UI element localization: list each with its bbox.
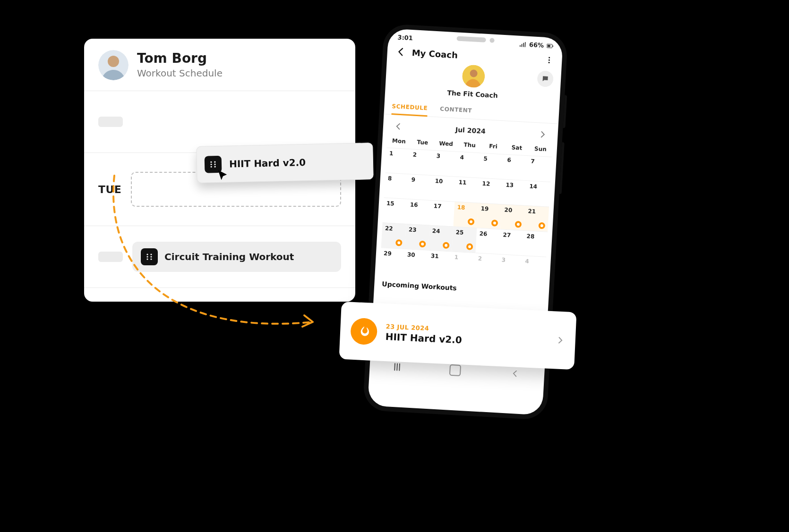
calendar-cell[interactable]: 8 — [384, 172, 409, 199]
calendar-cell[interactable]: 24 — [429, 225, 454, 252]
calendar-dow: Sun — [528, 142, 552, 157]
drag-handle-icon[interactable] — [141, 248, 158, 265]
tab-content[interactable]: CONTENT — [439, 101, 472, 119]
calendar-cell[interactable]: 21 — [524, 205, 549, 232]
calendar-cell[interactable]: 12 — [478, 178, 503, 204]
cursor-icon — [216, 169, 230, 182]
svg-point-30 — [540, 224, 543, 227]
calendar-cell[interactable]: 6 — [503, 154, 528, 180]
calendar-event-dot-icon — [443, 242, 450, 249]
calendar-cell[interactable]: 15 — [383, 197, 408, 224]
fire-icon — [350, 318, 377, 345]
calendar-cell[interactable]: 22 — [381, 222, 406, 249]
calendar-cell[interactable]: 10 — [431, 175, 456, 202]
calendar-cell[interactable]: 11 — [455, 177, 480, 203]
calendar-cell[interactable]: 5 — [480, 153, 505, 179]
calendar-cell[interactable]: 25 — [452, 227, 477, 253]
screen-title: My Coach — [412, 48, 458, 60]
calendar-cell[interactable]: 7 — [527, 155, 552, 182]
calendar-cell[interactable]: 3 — [432, 150, 457, 177]
calendar-event-dot-icon — [538, 222, 545, 229]
status-battery: 66% — [529, 41, 544, 49]
calendar-cell[interactable]: 4 — [521, 255, 546, 282]
calendar-event-dot-icon — [491, 220, 498, 227]
kebab-menu-icon[interactable] — [545, 56, 554, 65]
chat-icon — [541, 75, 549, 83]
calendar-cell[interactable]: 19 — [477, 203, 502, 229]
calendar-month-label: Jul 2024 — [455, 126, 486, 135]
calendar-cell[interactable]: 2 — [474, 253, 499, 279]
calendar-cell[interactable]: 31 — [427, 250, 452, 277]
calendar-dow: Thu — [457, 138, 481, 153]
svg-point-12 — [214, 163, 215, 165]
tab-schedule[interactable]: SCHEDULE — [391, 98, 428, 116]
calendar-dow: Mon — [387, 135, 411, 149]
calendar: MonTueWedThuFriSatSun 123456789101112131… — [375, 134, 557, 285]
svg-point-24 — [549, 62, 550, 63]
day-placeholder — [98, 117, 123, 127]
svg-point-6 — [150, 256, 152, 257]
svg-point-3 — [146, 253, 148, 255]
svg-point-28 — [493, 221, 496, 224]
workout-card[interactable]: Circuit Training Workout — [132, 242, 341, 272]
calendar-dow: Sat — [505, 141, 529, 155]
status-time: 3:01 — [397, 34, 413, 42]
day-placeholder — [98, 252, 123, 262]
calendar-cell[interactable]: 27 — [499, 229, 524, 255]
calendar-cell[interactable]: 14 — [525, 180, 550, 207]
svg-point-7 — [146, 258, 148, 260]
back-icon[interactable] — [395, 46, 406, 57]
calendar-cell[interactable]: 20 — [500, 204, 525, 230]
svg-point-14 — [214, 166, 216, 167]
svg-rect-18 — [524, 42, 525, 47]
user-avatar[interactable] — [98, 50, 129, 80]
svg-point-34 — [468, 245, 471, 248]
nav-home-icon[interactable] — [449, 364, 461, 376]
calendar-dow: Fri — [481, 140, 505, 154]
calendar-cell[interactable]: 1 — [386, 147, 411, 174]
calendar-cell[interactable]: 26 — [475, 228, 500, 254]
chevron-left-icon[interactable] — [394, 121, 403, 131]
svg-point-31 — [397, 241, 400, 244]
camera-cutout — [456, 36, 494, 42]
calendar-cell[interactable]: 30 — [403, 249, 429, 275]
nav-back-icon[interactable] — [510, 369, 520, 379]
calendar-cell[interactable]: 23 — [405, 224, 430, 250]
coach-avatar[interactable] — [462, 64, 486, 88]
svg-point-13 — [211, 166, 212, 168]
calendar-cell[interactable]: 1 — [451, 252, 476, 278]
calendar-cell[interactable]: 29 — [380, 247, 405, 274]
svg-point-4 — [150, 253, 152, 255]
calendar-cell[interactable]: 9 — [408, 174, 433, 200]
svg-rect-21 — [552, 45, 553, 47]
panel-subtitle: Workout Schedule — [137, 68, 223, 79]
chat-button[interactable] — [537, 70, 554, 87]
calendar-dow: Wed — [434, 137, 458, 152]
calendar-cell[interactable]: 13 — [502, 179, 527, 205]
panel-header: Tom Borg Workout Schedule — [84, 39, 355, 91]
calendar-event-dot-icon — [419, 241, 426, 248]
svg-point-22 — [549, 57, 550, 59]
svg-rect-17 — [523, 42, 524, 47]
schedule-row — [84, 288, 355, 302]
workout-name: Circuit Training Workout — [164, 251, 294, 262]
calendar-event-dot-icon — [466, 243, 473, 250]
calendar-dow: Tue — [410, 135, 434, 150]
svg-point-27 — [470, 220, 472, 223]
chevron-right-icon[interactable] — [538, 129, 548, 139]
svg-rect-15 — [520, 45, 521, 47]
calendar-cell[interactable]: 4 — [456, 152, 481, 178]
svg-point-29 — [517, 223, 520, 226]
featured-upcoming-card[interactable]: 23 JUL 2024 HIIT Hard v2.0 — [339, 302, 576, 370]
calendar-cell[interactable]: 16 — [406, 199, 431, 225]
svg-rect-20 — [548, 44, 550, 47]
battery-icon — [547, 43, 554, 49]
calendar-cell[interactable]: 18 — [453, 202, 478, 228]
nav-recents-icon[interactable] — [394, 363, 401, 371]
calendar-event-dot-icon — [468, 218, 475, 225]
calendar-cell[interactable]: 28 — [523, 230, 548, 257]
calendar-cell[interactable]: 17 — [430, 200, 455, 227]
svg-point-2 — [108, 56, 119, 67]
calendar-cell[interactable]: 2 — [409, 149, 434, 175]
calendar-cell[interactable]: 3 — [497, 254, 523, 280]
